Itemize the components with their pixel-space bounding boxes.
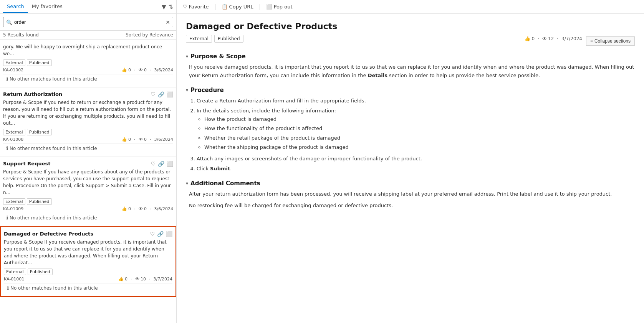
copy-icon[interactable]: 🔗 xyxy=(158,161,164,167)
result-title-link[interactable]: Return Authorization xyxy=(3,91,62,97)
additional-para-2: No restocking fee will be charged for ex… xyxy=(189,201,635,210)
result-title-link[interactable]: Support Request xyxy=(3,161,50,166)
result-actions: ♡ 🔗 ⬜ xyxy=(150,231,172,237)
sublist-item: How the product is damaged xyxy=(204,115,635,124)
chevron-down-icon: ▾ xyxy=(186,54,188,59)
tag-published: Published xyxy=(214,35,243,43)
result-meta-line: KA-01002 👍 0 · 👁 0 · 3/6/2024 xyxy=(3,68,173,73)
step-3: Attach any images or screenshots of the … xyxy=(197,155,635,163)
info-icon: ℹ xyxy=(6,215,8,221)
chevron-down-icon: ▾ xyxy=(186,87,188,93)
view-stat: 👁 10 xyxy=(135,277,146,282)
like-stat: 👍 0 xyxy=(122,68,131,73)
list-item: gory. We will be happy to overnight ship… xyxy=(0,40,176,87)
favorite-icon[interactable]: ♡ xyxy=(151,161,156,167)
section-procedure-title: Procedure xyxy=(190,87,224,94)
copy-icon[interactable]: 🔗 xyxy=(157,231,164,237)
purpose-text: If you receive damaged products, it is i… xyxy=(189,63,635,80)
date-stat: 3/6/2024 xyxy=(154,206,173,211)
info-icon: ℹ xyxy=(6,76,8,82)
popout-icon[interactable]: ⬜ xyxy=(166,231,172,237)
toolbar-separator xyxy=(260,4,260,10)
no-match-notice: ℹ No other matches found in this article xyxy=(3,74,173,83)
no-match-notice: ℹ No other matches found in this article xyxy=(3,143,173,153)
ka-id: KA-01009 xyxy=(3,206,23,211)
step-4: Click Submit. xyxy=(197,165,635,173)
no-match-notice: ℹ No other matches found in this article xyxy=(3,213,173,222)
info-icon: ℹ xyxy=(6,145,8,151)
like-stat: 👍 0 xyxy=(122,137,131,142)
meta-stats: 👍 0 · 👁 0 · 3/6/2024 xyxy=(122,68,173,73)
tag-external: External xyxy=(3,59,25,66)
result-actions: ♡ 🔗 ⬜ xyxy=(151,91,173,97)
additional-para-1: After your return authorization form has… xyxy=(189,190,635,198)
tag-published: Published xyxy=(27,198,52,205)
tab-search[interactable]: Search xyxy=(3,0,28,13)
heart-icon: ♡ xyxy=(183,4,187,10)
article-title: Damaged or Defective Products xyxy=(186,21,635,31)
list-item: Return Authorization ♡ 🔗 ⬜ Purpose & Sco… xyxy=(0,87,176,157)
result-meta-line: KA-01008 👍 0 · 👁 0 · 3/6/2024 xyxy=(3,137,173,142)
article-content: Damaged or Defective Products External P… xyxy=(177,14,644,323)
toolbar-separator xyxy=(215,4,215,10)
results-list: gory. We will be happy to overnight ship… xyxy=(0,40,176,323)
result-title-link[interactable]: Damaged or Defective Products xyxy=(4,231,93,237)
list-item-selected: Damaged or Defective Products ♡ 🔗 ⬜ Purp… xyxy=(0,226,176,297)
copy-icon[interactable]: 🔗 xyxy=(158,91,164,97)
popout-icon[interactable]: ⬜ xyxy=(167,161,173,167)
meta-stats: 👍 0 · 👁 0 · 3/6/2024 xyxy=(122,206,173,211)
article-tags: External Published xyxy=(186,35,243,43)
search-icon: 🔍 xyxy=(6,19,12,25)
procedure-steps: Create a Return Authorization form and f… xyxy=(189,97,635,173)
article-views: 👁 12 xyxy=(542,36,554,41)
view-stat: 👁 0 xyxy=(139,68,147,73)
filter-icon[interactable]: ▼ xyxy=(162,3,166,10)
result-actions: ♡ 🔗 ⬜ xyxy=(151,161,173,167)
favorite-button[interactable]: ♡ Favorite xyxy=(183,4,209,10)
date-stat: 3/6/2024 xyxy=(154,68,173,73)
result-meta-line: KA-01009 👍 0 · 👁 0 · 3/6/2024 xyxy=(3,206,173,211)
popout-icon[interactable]: ⬜ xyxy=(167,91,173,97)
favorite-icon[interactable]: ♡ xyxy=(150,231,155,237)
result-excerpt: gory. We will be happy to overnight ship… xyxy=(3,43,173,57)
popout-button[interactable]: ⬜ Pop out xyxy=(266,4,293,10)
article-meta: 👍 0 · 👁 12 · 3/7/2024 xyxy=(525,36,582,41)
section-procedure-body: Create a Return Authorization form and f… xyxy=(186,97,635,173)
section-procedure-header[interactable]: ▾ Procedure xyxy=(186,87,635,94)
section-purpose-header[interactable]: ▾ Purpose & Scope xyxy=(186,53,635,60)
ka-id: KA-01008 xyxy=(3,137,23,142)
left-panel: Search My favorites ▼ ⇅ 🔍 ✕ 5 Results fo… xyxy=(0,0,177,323)
procedure-sublist: How the product is damaged How the funct… xyxy=(197,115,635,151)
result-excerpt: Purpose & Scope If you have any question… xyxy=(3,168,173,196)
sublist-item: Whether the shipping package of the prod… xyxy=(204,143,635,152)
favorite-icon[interactable]: ♡ xyxy=(151,91,156,97)
search-input[interactable] xyxy=(3,17,173,27)
collapse-sections-button[interactable]: ≡ Collapse sections xyxy=(586,36,635,46)
sort-icon[interactable]: ⇅ xyxy=(168,3,173,10)
result-title-row: Return Authorization ♡ 🔗 ⬜ xyxy=(3,91,173,97)
collapse-icon: ≡ xyxy=(590,38,593,44)
meta-stats: 👍 0 · 👁 0 · 3/6/2024 xyxy=(122,137,173,142)
tag-external: External xyxy=(3,129,25,135)
result-tags: External Published xyxy=(3,198,173,205)
copy-url-button[interactable]: 📋 Copy URL xyxy=(222,4,253,10)
right-panel: ♡ Favorite 📋 Copy URL ⬜ Pop out Damaged … xyxy=(177,0,644,323)
article-date: 3/7/2024 xyxy=(561,36,582,41)
tabs-bar: Search My favorites ▼ ⇅ xyxy=(0,0,176,14)
tag-published: Published xyxy=(27,59,52,66)
result-excerpt: Purpose & Scope If you need to return or… xyxy=(3,99,173,127)
section-additional: ▾ Additional Comments After your return … xyxy=(186,180,635,210)
view-stat: 👁 0 xyxy=(139,206,147,211)
section-additional-title: Additional Comments xyxy=(190,180,260,187)
list-item: Support Request ♡ 🔗 ⬜ Purpose & Scope If… xyxy=(0,157,176,226)
article-toolbar: ♡ Favorite 📋 Copy URL ⬜ Pop out xyxy=(177,0,644,14)
ka-id: KA-01001 xyxy=(4,277,24,282)
results-meta: 5 Results found Sorted by Relevance xyxy=(0,31,176,40)
step-1: Create a Return Authorization form and f… xyxy=(197,97,635,105)
search-clear-button[interactable]: ✕ xyxy=(166,19,170,25)
section-additional-header[interactable]: ▾ Additional Comments xyxy=(186,180,635,187)
result-title-row: Support Request ♡ 🔗 ⬜ xyxy=(3,161,173,167)
results-count: 5 Results found xyxy=(3,32,39,38)
tab-icons: ▼ ⇅ xyxy=(162,3,173,10)
tab-favorites[interactable]: My favorites xyxy=(28,0,66,13)
